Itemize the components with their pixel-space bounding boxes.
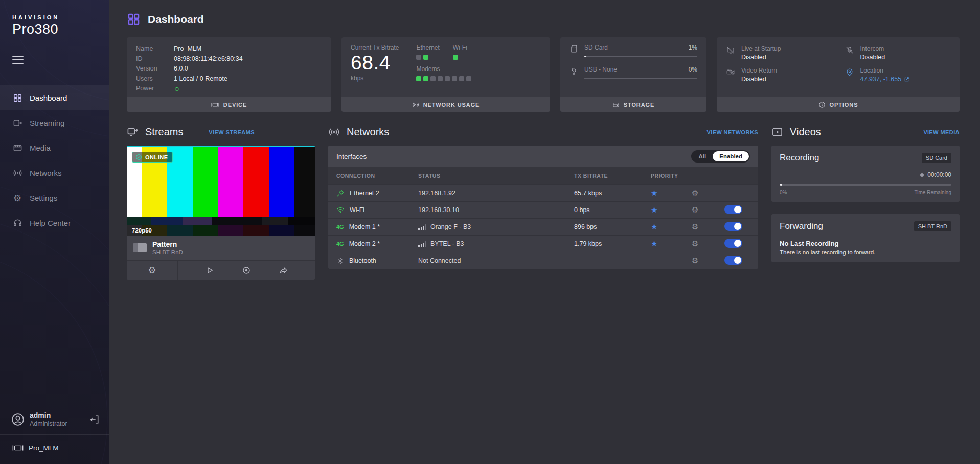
option-label: Video Return [741, 67, 777, 74]
device-name-row: Pro_MLM [0, 435, 109, 464]
recording-card: Recording SD Card 00:00:00 0% Time Remai… [771, 146, 960, 202]
live-at-startup-option: Live at Startup Disabled [726, 45, 832, 61]
video-return-option: Video Return Disabled [726, 67, 832, 83]
interface-enable-toggle[interactable] [724, 205, 742, 214]
sd-card-progress-bar [584, 56, 697, 57]
interface-row-bluetooth: Bluetooth Not Connected ⚙ [328, 252, 758, 269]
col-priority: PRIORITY [651, 173, 692, 179]
device-card-footer-label: DEVICE [223, 102, 247, 108]
recording-time: 00:00:00 [780, 171, 951, 178]
field-label: Version [136, 64, 174, 74]
interface-enable-toggle[interactable] [724, 222, 742, 231]
streams-icon [127, 126, 139, 138]
stream-play-button[interactable] [204, 265, 215, 276]
recording-target-badge: SD Card [922, 153, 951, 163]
video-return-disabled-icon [726, 67, 735, 83]
interface-settings-icon[interactable]: ⚙ [692, 223, 698, 230]
streaming-icon [12, 118, 22, 128]
avatar-icon [11, 413, 25, 426]
priority-star-icon[interactable]: ★ [651, 206, 657, 214]
signal-bars-icon [418, 224, 426, 230]
recording-time-value: 00:00:00 [927, 171, 951, 178]
sidebar-item-networks[interactable]: Networks [0, 160, 109, 185]
sidebar-nav: Dashboard Streaming Media Networks [0, 85, 109, 236]
signal-bars-icon [418, 241, 426, 247]
wifi-label: Wi-Fi [453, 44, 467, 51]
network-usage-body: Current Tx Bitrate 68.4 kbps Ethernet Wi… [341, 37, 550, 97]
interface-enable-toggle[interactable] [724, 256, 742, 265]
stream-thumbnail[interactable]: ONLINE 720p50 [127, 146, 315, 236]
priority-star-icon[interactable]: ★ [651, 189, 657, 197]
location-link[interactable]: 47.937, -1.655 [860, 76, 910, 83]
external-link-icon [904, 77, 909, 82]
usb-label: USB - None [584, 66, 617, 73]
live-at-startup-disabled-icon [726, 45, 735, 61]
menu-toggle-button[interactable] [12, 56, 25, 64]
sidebar-item-help-center[interactable]: Help Center [0, 211, 109, 236]
networks-icon [328, 126, 340, 138]
streams-header: Streams VIEW STREAMS [127, 126, 315, 138]
interface-row-modem2: 4G Modem 2 * BYTEL - B3 1.79 kbps ★ ⚙ [328, 235, 758, 252]
interface-settings-icon[interactable]: ⚙ [692, 189, 698, 197]
sidebar-item-streaming[interactable]: Streaming [0, 110, 109, 135]
user-name: admin [30, 411, 67, 420]
stream-forward-button[interactable] [278, 265, 289, 276]
sidebar-item-media[interactable]: Media [0, 135, 109, 160]
videos-header: Videos VIEW MEDIA [771, 126, 960, 138]
recording-time-remaining-label: Time Remaining [915, 190, 951, 195]
networks-title: Networks [347, 126, 389, 138]
field-label: ID [136, 54, 174, 64]
app-root: HAIVISION Pro380 Dashboard Streaming [0, 0, 980, 464]
nav-label: Settings [30, 194, 57, 202]
sidebar-item-dashboard[interactable]: Dashboard [0, 85, 109, 110]
modems-indicator-group: Modems [416, 65, 471, 81]
device-users-value: 1 Local / 0 Remote [174, 74, 227, 84]
videos-icon [771, 126, 783, 138]
interfaces-title: Interfaces [336, 153, 367, 160]
user-account[interactable]: admin Administrator [0, 406, 109, 434]
interface-settings-icon[interactable]: ⚙ [692, 206, 698, 214]
device-card-footer-button[interactable]: DEVICE [127, 97, 331, 112]
intercom-disabled-icon [845, 45, 854, 61]
interfaces-filter: All Enabled [691, 150, 750, 163]
brand-model: Pro380 [12, 21, 97, 37]
usb-icon [569, 66, 578, 75]
interface-row-ethernet2: Ethernet 2 192.168.1.92 65.7 kbps ★ ⚙ [328, 184, 758, 201]
field-label: Users [136, 74, 174, 84]
option-value: Disabled [741, 76, 777, 83]
storage-footer-button[interactable]: STORAGE [560, 97, 706, 112]
sidebar-item-settings[interactable]: ⚙ Settings [0, 185, 109, 211]
interface-settings-icon[interactable]: ⚙ [692, 240, 698, 247]
record-dot-icon [920, 173, 924, 177]
interface-enable-toggle[interactable] [724, 239, 742, 248]
interface-name: Bluetooth [349, 257, 376, 264]
4g-badge: 4G [336, 224, 344, 230]
interface-settings-icon[interactable]: ⚙ [692, 257, 698, 264]
view-media-link[interactable]: VIEW MEDIA [923, 129, 960, 135]
network-usage-footer-button[interactable]: NETWORK USAGE [341, 97, 550, 112]
stream-settings-button[interactable]: ⚙ [127, 261, 178, 280]
interface-name: Modem 1 * [349, 223, 380, 230]
options-footer-label: OPTIONS [830, 102, 858, 108]
device-name-value: Pro_MLM [174, 44, 201, 54]
col-status: STATUS [418, 173, 574, 179]
page-header: Dashboard [109, 0, 980, 26]
view-streams-link[interactable]: VIEW STREAMS [209, 129, 255, 135]
ethernet-label: Ethernet [416, 44, 439, 51]
info-icon [818, 101, 826, 108]
options-footer-button[interactable]: OPTIONS [717, 97, 960, 112]
ethernet-indicator-group: Ethernet [416, 44, 439, 60]
stream-info: Pattern SH BT RnD [127, 236, 315, 260]
priority-star-icon[interactable]: ★ [651, 223, 657, 230]
col-tx-bitrate: TX BITRATE [574, 173, 651, 179]
view-networks-link[interactable]: VIEW NETWORKS [706, 129, 758, 135]
filter-enabled-button[interactable]: Enabled [713, 151, 749, 161]
filter-all-button[interactable]: All [692, 151, 713, 161]
check-circle-icon [135, 154, 142, 160]
stream-card: ONLINE 720p50 Pattern SH BT RnD [127, 146, 315, 280]
priority-star-icon[interactable]: ★ [651, 240, 657, 247]
interface-status: BYTEL - B3 [430, 240, 464, 247]
stream-resolution: 720p50 [127, 227, 152, 234]
stream-record-button[interactable] [241, 265, 252, 276]
logout-icon[interactable] [89, 414, 100, 425]
